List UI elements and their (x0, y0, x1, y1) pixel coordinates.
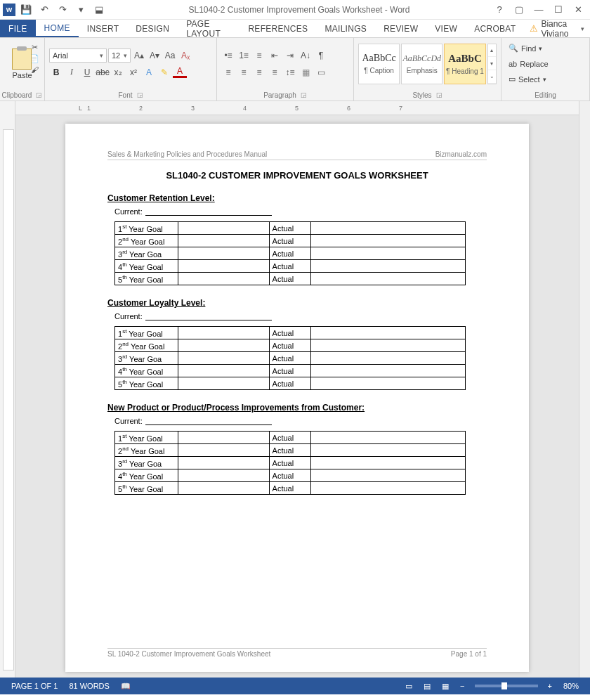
font-size-combo[interactable]: 12▾ (108, 48, 131, 63)
highlight-icon[interactable]: ✎ (157, 65, 171, 79)
zoom-level[interactable]: 80% (558, 678, 584, 694)
align-center-icon[interactable]: ≡ (237, 65, 251, 79)
shading-icon[interactable]: ▦ (299, 65, 313, 79)
vertical-scrollbar[interactable] (579, 101, 590, 678)
current-line: Current: (114, 417, 487, 425)
tab-page-layout[interactable]: PAGE LAYOUT (178, 20, 240, 37)
group-editing: 🔍Find▾ abReplace ▭Select▾ Editing (501, 38, 590, 101)
style-emphasis[interactable]: AaBbCcDd Emphasis (401, 44, 442, 84)
clear-format-icon[interactable]: Aᵪ (178, 48, 192, 63)
tab-review[interactable]: REVIEW (375, 20, 426, 37)
section-heading: New Product or Product/Process Improveme… (107, 403, 487, 413)
table-row: 3rd Year GoaActual (115, 457, 466, 469)
align-right-icon[interactable]: ≡ (252, 65, 266, 79)
borders-icon[interactable]: ▭ (314, 65, 328, 79)
doc-footer-right: Page 1 of 1 (451, 650, 487, 658)
touch-mode-icon[interactable]: ⬓ (91, 2, 107, 18)
underline-button[interactable]: U (80, 65, 94, 79)
tab-home[interactable]: HOME (36, 20, 79, 37)
undo-icon[interactable]: ↶ (37, 2, 52, 18)
align-left-icon[interactable]: ≡ (221, 65, 235, 79)
help-icon[interactable]: ? (492, 2, 507, 18)
grow-font-icon[interactable]: A▴ (132, 48, 146, 63)
doc-footer-left: SL 1040-2 Customer Improvement Goals Wor… (107, 650, 270, 658)
save-icon[interactable]: 💾 (18, 2, 34, 18)
current-line: Current: (114, 312, 487, 320)
redo-icon[interactable]: ↷ (55, 2, 70, 18)
close-icon[interactable]: ✕ (570, 2, 586, 18)
superscript-button[interactable]: x² (126, 65, 140, 79)
view-read-icon[interactable]: ▭ (400, 678, 418, 694)
tab-design[interactable]: DESIGN (127, 20, 178, 37)
italic-button[interactable]: I (65, 65, 79, 79)
style-heading-1[interactable]: AaBbC ¶ Heading 1 (444, 44, 485, 84)
find-button[interactable]: 🔍Find▾ (509, 41, 542, 56)
status-proofing-icon[interactable]: 📖 (115, 678, 136, 694)
change-case-icon[interactable]: Aa (163, 48, 177, 63)
view-web-icon[interactable]: ▦ (436, 678, 454, 694)
strike-button[interactable]: abc (96, 65, 110, 79)
user-name: Bianca Viviano (541, 19, 578, 39)
ribbon: ✂ 📄 🖌 Paste Clipboard◲ Arial▾ 12▾ A▴ A▾ … (0, 38, 590, 101)
tab-insert[interactable]: INSERT (79, 20, 128, 37)
text-effects-icon[interactable]: A (142, 65, 156, 79)
styles-gallery-more[interactable]: ▴▾⌄ (487, 44, 497, 84)
document-canvas[interactable]: Sales & Marketing Policies and Procedure… (15, 115, 579, 678)
table-row: 5th Year GoalActual (115, 482, 466, 495)
page[interactable]: Sales & Marketing Policies and Procedure… (65, 124, 529, 672)
sort-icon[interactable]: A↓ (299, 48, 313, 63)
goal-table: 1st Year GoalActual2nd Year GoalActual3r… (114, 431, 466, 495)
replace-button[interactable]: abReplace (509, 57, 549, 71)
select-icon: ▭ (509, 74, 516, 84)
line-spacing-icon[interactable]: ↕≡ (283, 65, 297, 79)
select-button[interactable]: ▭Select▾ (509, 72, 546, 86)
tab-view[interactable]: VIEW (426, 20, 466, 37)
status-page[interactable]: PAGE 1 OF 1 (6, 678, 63, 694)
view-print-icon[interactable]: ▤ (418, 678, 436, 694)
zoom-in-button[interactable]: + (542, 678, 558, 694)
bold-button[interactable]: B (49, 65, 63, 79)
font-dialog-launcher[interactable]: ◲ (137, 91, 143, 98)
minimize-icon[interactable]: — (531, 2, 546, 18)
account-button[interactable]: ⚠ Bianca Viviano ▾ (524, 20, 590, 37)
table-row: 4th Year GoalActual (115, 260, 466, 273)
font-color-icon[interactable]: A (173, 66, 187, 78)
justify-icon[interactable]: ≡ (268, 65, 282, 79)
styles-dialog-launcher[interactable]: ◲ (436, 91, 442, 98)
bullets-icon[interactable]: •≡ (221, 48, 235, 63)
group-paragraph: •≡ 1≡ ≡ ⇤ ⇥ A↓ ¶ ≡ ≡ ≡ ≡ ↕≡ ▦ ▭ Paragrap… (217, 38, 354, 101)
table-row: 5th Year GoalActual (115, 273, 466, 285)
goal-table: 1st Year GoalActual2nd Year GoalActual3r… (114, 221, 466, 285)
table-row: 1st Year GoalActual (115, 327, 466, 339)
horizontal-ruler[interactable]: L 1 2 3 4 5 6 7 (15, 101, 579, 115)
font-name-combo[interactable]: Arial▾ (49, 48, 107, 63)
window-title: SL1040-2 Customer Improvement Goals Work… (107, 5, 492, 15)
shrink-font-icon[interactable]: A▾ (148, 48, 162, 63)
numbering-icon[interactable]: 1≡ (237, 48, 251, 63)
qat-customize-icon[interactable]: ▾ (73, 2, 88, 18)
table-row: 1st Year GoalActual (115, 432, 466, 444)
tab-references[interactable]: REFERENCES (240, 20, 316, 37)
show-marks-icon[interactable]: ¶ (314, 48, 328, 63)
replace-icon: ab (509, 60, 517, 68)
paragraph-dialog-launcher[interactable]: ◲ (301, 91, 307, 98)
zoom-slider[interactable] (475, 685, 538, 687)
tab-acrobat[interactable]: ACROBAT (466, 20, 524, 37)
subscript-button[interactable]: x₂ (111, 65, 125, 79)
dec-indent-icon[interactable]: ⇤ (268, 48, 282, 63)
multilevel-icon[interactable]: ≡ (252, 48, 266, 63)
goal-table: 1st Year GoalActual2nd Year GoalActual3r… (114, 326, 466, 390)
tab-file[interactable]: FILE (0, 20, 36, 37)
find-icon: 🔍 (509, 44, 518, 53)
status-words[interactable]: 81 WORDS (63, 678, 114, 694)
ribbon-display-icon[interactable]: ▢ (511, 2, 527, 18)
zoom-out-button[interactable]: − (454, 678, 470, 694)
inc-indent-icon[interactable]: ⇥ (283, 48, 297, 63)
doc-header-left: Sales & Marketing Policies and Procedure… (107, 150, 267, 158)
style-caption[interactable]: AaBbCc ¶ Caption (358, 44, 400, 84)
clipboard-dialog-launcher[interactable]: ◲ (36, 91, 42, 98)
tab-mailings[interactable]: MAILINGS (316, 20, 375, 37)
vertical-ruler[interactable] (0, 101, 15, 678)
status-bar: PAGE 1 OF 1 81 WORDS 📖 ▭ ▤ ▦ − + 80% (0, 678, 590, 694)
maximize-icon[interactable]: ☐ (551, 2, 566, 18)
